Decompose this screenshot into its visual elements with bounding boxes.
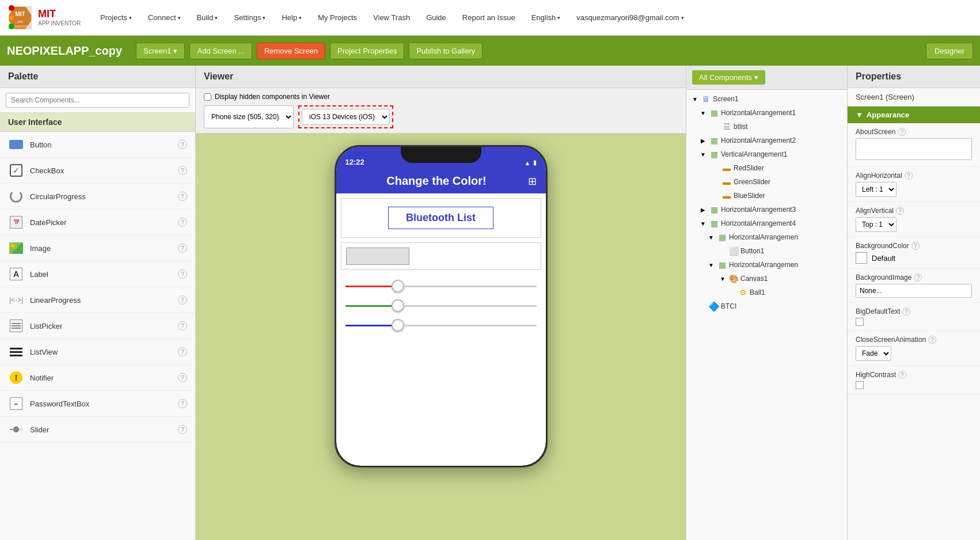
linear-progress-help[interactable]: ? <box>178 295 187 305</box>
listview-help[interactable]: ? <box>178 347 187 356</box>
aboutscreen-input[interactable] <box>856 138 972 160</box>
closescreenanimation-select[interactable]: Fade <box>856 346 891 361</box>
ios-device-select[interactable]: iOS 13 Devices (iOS) <box>302 109 390 125</box>
tree-item-horizontal5[interactable]: ▼ ▦ HorizontalArrangemen <box>686 230 847 244</box>
nav-english[interactable]: English▾ <box>523 9 569 26</box>
tree-item-screen1[interactable]: ▼ 🖥 Screen1 <box>686 92 847 106</box>
search-input[interactable] <box>6 93 189 108</box>
checkbox-label: CheckBox <box>30 166 172 175</box>
bigdefaulttext-checkbox[interactable] <box>856 318 864 326</box>
ball1-icon: ⚙ <box>738 287 748 298</box>
nav-report-issue[interactable]: Report an Issue <box>454 9 523 26</box>
passwordtextbox-help[interactable]: ? <box>178 399 187 408</box>
nav-user-email[interactable]: vasquezmaryori98@gmail.com▾ <box>568 9 692 26</box>
button-help[interactable]: ? <box>178 140 187 149</box>
btci-icon: 🔷 <box>709 301 719 311</box>
phone-size-select[interactable]: Phone size (505, 320) <box>204 105 294 128</box>
nav-my-projects[interactable]: My Projects <box>310 9 365 26</box>
svg-point-6 <box>9 5 14 11</box>
nav-connect[interactable]: Connect▾ <box>140 9 188 26</box>
palette-item-listpicker[interactable]: ListPicker ? <box>0 313 195 339</box>
tree-item-button1[interactable]: ⬜ Button1 <box>686 244 847 258</box>
nav-projects[interactable]: Projects▾ <box>92 9 140 26</box>
horizontal3-toggle[interactable]: ▶ <box>699 206 707 214</box>
vertical1-toggle[interactable]: ▼ <box>699 150 707 158</box>
highcontrast-checkbox[interactable] <box>856 381 864 389</box>
screen1-toggle[interactable]: ▼ <box>691 95 699 103</box>
notifier-help[interactable]: ? <box>178 373 187 382</box>
alignvertical-help[interactable]: ? <box>896 207 904 215</box>
palette-item-checkbox[interactable]: ✓ CheckBox ? <box>0 158 195 184</box>
screen-selector-button[interactable]: Screen1 ▾ <box>136 43 185 59</box>
add-screen-button[interactable]: Add Screen ... <box>189 43 252 59</box>
red-slider-thumb[interactable] <box>392 280 404 292</box>
datepicker-help[interactable]: ? <box>178 218 187 227</box>
tree-item-horizontal3[interactable]: ▶ ▦ HorizontalArrangement3 <box>686 203 847 216</box>
checkbox-help[interactable]: ? <box>178 166 187 175</box>
nav-view-trash[interactable]: View Trash <box>365 9 418 26</box>
listpicker-help[interactable]: ? <box>178 321 187 330</box>
horizontal2-toggle[interactable]: ▶ <box>699 136 707 144</box>
palette-item-label[interactable]: A Label ? <box>0 261 195 287</box>
blue-slider-thumb[interactable] <box>392 319 404 332</box>
prop-highcontrast-label: HighContrast ? <box>856 371 972 379</box>
palette-item-slider[interactable]: Slider ? <box>0 417 195 443</box>
horizontal6-icon: ▦ <box>717 260 727 270</box>
designer-button[interactable]: Designer <box>926 43 973 59</box>
bigdefaulttext-help[interactable]: ? <box>902 307 910 315</box>
palette-item-linear-progress[interactable]: |<->| LinearProgress ? <box>0 287 195 313</box>
palette-item-passwordtextbox[interactable]: •• PasswordTextBox ? <box>0 391 195 417</box>
label-help[interactable]: ? <box>178 269 187 279</box>
nav-settings[interactable]: Settings▾ <box>226 9 274 26</box>
nav-guide[interactable]: Guide <box>418 9 454 26</box>
project-properties-button[interactable]: Project Properties <box>330 43 404 59</box>
alignhorizontal-help[interactable]: ? <box>905 172 913 180</box>
tree-item-horizontal2[interactable]: ▶ ▦ HorizontalArrangement2 <box>686 134 847 147</box>
all-components-button[interactable]: All Components ▾ <box>692 70 765 85</box>
nav-help[interactable]: Help▾ <box>274 9 310 26</box>
backgroundimage-help[interactable]: ? <box>914 273 922 282</box>
tree-item-blueslider[interactable]: ▬ BlueSlider <box>686 189 847 203</box>
palette-item-listview[interactable]: ListView ? <box>0 339 195 365</box>
closescreenanimation-help[interactable]: ? <box>928 336 936 344</box>
palette-item-button[interactable]: Button ? <box>0 132 195 158</box>
tree-item-btlist[interactable]: ☰ btlist <box>686 120 847 134</box>
highcontrast-help[interactable]: ? <box>898 371 906 379</box>
palette-item-notifier[interactable]: ! Notifier ? <box>0 365 195 391</box>
alignvertical-select[interactable]: Top : 1 <box>856 217 897 232</box>
horizontal4-toggle[interactable]: ▼ <box>699 219 707 227</box>
tree-item-ball1[interactable]: ⚙ Ball1 <box>686 286 847 299</box>
remove-screen-button[interactable]: Remove Screen <box>257 43 325 59</box>
palette-item-datepicker[interactable]: 📅 DatePicker ? <box>0 210 195 235</box>
tree-item-horizontal6[interactable]: ▼ ▦ HorizontalArrangemen <box>686 258 847 272</box>
tree-item-horizontal4[interactable]: ▼ ▦ HorizontalArrangement4 <box>686 216 847 230</box>
hidden-components-checkbox[interactable] <box>204 93 211 101</box>
slider-help[interactable]: ? <box>178 425 187 434</box>
bluetooth-list-button[interactable]: Bluetooth List <box>388 207 493 229</box>
tree-item-vertical1[interactable]: ▼ ▦ VerticalArrangement1 <box>686 147 847 161</box>
publish-gallery-button[interactable]: Publish to Gallery <box>409 43 483 59</box>
horizontal5-toggle[interactable]: ▼ <box>707 233 715 241</box>
tree-item-horizontal1[interactable]: ▼ ▦ HorizontalArrangement1 <box>686 106 847 120</box>
horizontal6-toggle[interactable]: ▼ <box>707 261 715 269</box>
green-slider-thumb[interactable] <box>392 299 404 312</box>
tree-item-redslider[interactable]: ▬ RedSlider <box>686 161 847 175</box>
palette-item-circular-progress[interactable]: CircularProgress ? <box>0 184 195 210</box>
canvas1-toggle[interactable]: ▼ <box>719 275 727 283</box>
phone-input-row <box>341 242 541 270</box>
nav-build[interactable]: Build▾ <box>189 9 226 26</box>
palette-item-image[interactable]: Image ? <box>0 235 195 261</box>
tree-item-btci[interactable]: 🔷 BTCI <box>686 299 847 313</box>
phone-notch <box>401 147 481 163</box>
circular-progress-help[interactable]: ? <box>178 192 187 201</box>
horizontal1-toggle[interactable]: ▼ <box>699 109 707 117</box>
backgroundimage-input[interactable] <box>856 284 972 298</box>
alignhorizontal-select[interactable]: Left : 1 <box>856 182 897 197</box>
backgroundcolor-help[interactable]: ? <box>911 242 920 250</box>
label-label: Label <box>30 270 172 279</box>
tree-item-canvas1[interactable]: ▼ 🎨 Canvas1 <box>686 272 847 286</box>
backgroundcolor-swatch[interactable] <box>856 252 867 264</box>
aboutscreen-help[interactable]: ? <box>898 128 906 136</box>
tree-item-greenslider[interactable]: ▬ GreenSlider <box>686 175 847 189</box>
image-help[interactable]: ? <box>178 244 187 253</box>
